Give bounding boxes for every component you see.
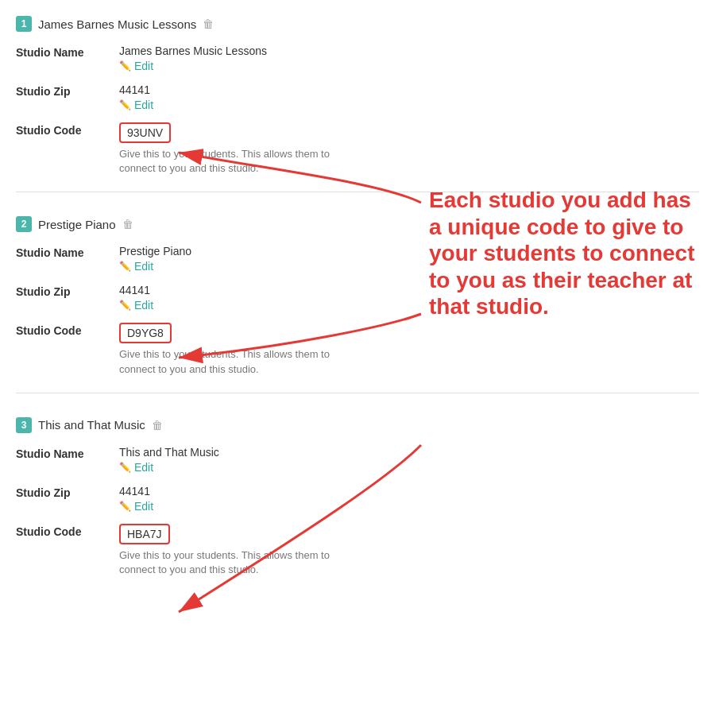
studio-code-box-2: D9YG8 <box>119 323 172 343</box>
studio-number-1: 1 <box>16 16 32 32</box>
zip-edit-link-1[interactable]: ✏️ Edit <box>119 99 699 111</box>
name-label-1: Studio Name <box>16 45 119 59</box>
zip-edit-label-2: Edit <box>134 299 153 312</box>
pencil-icon-3b: ✏️ <box>119 501 131 512</box>
code-label-1: Studio Code <box>16 122 119 137</box>
name-value-container-3: This and That Music ✏️ Edit <box>119 446 699 474</box>
trash-icon-1[interactable]: 🗑 <box>203 17 214 30</box>
pencil-icon-2b: ✏️ <box>119 300 131 311</box>
name-edit-label-1: Edit <box>134 60 153 72</box>
name-value-container-1: James Barnes Music Lessons ✏️ Edit <box>119 45 699 72</box>
pencil-icon-1b: ✏️ <box>119 99 131 110</box>
studio-header-1: 1 James Barnes Music Lessons 🗑 <box>16 16 699 32</box>
studio-title-2: Prestige Piano <box>38 218 116 231</box>
name-row-3: Studio Name This and That Music ✏️ Edit <box>16 446 699 474</box>
code-hint-1: Give this to your students. This allows … <box>119 147 342 176</box>
studio-code-box-1: 93UNV <box>119 122 171 143</box>
zip-edit-label-1: Edit <box>134 99 153 111</box>
zip-value-1: 44141 <box>119 83 699 96</box>
zip-value-3: 44141 <box>119 485 699 498</box>
zip-row-3: Studio Zip 44141 ✏️ Edit <box>16 485 699 513</box>
pencil-icon-1a: ✏️ <box>119 60 131 72</box>
section-divider-2 <box>16 393 699 393</box>
zip-edit-label-3: Edit <box>134 500 153 513</box>
code-value-container-3: HBA7J Give this to your students. This a… <box>119 524 699 577</box>
name-edit-label-2: Edit <box>134 260 153 273</box>
studio-title-3: This and That Music <box>38 418 145 432</box>
zip-label-1: Studio Zip <box>16 83 119 98</box>
studio-number-3: 3 <box>16 417 32 433</box>
zip-value-container-1: 44141 ✏️ Edit <box>119 83 699 111</box>
code-row-1: Studio Code 93UNV Give this to your stud… <box>16 122 699 176</box>
studio-code-box-3: HBA7J <box>119 524 170 544</box>
annotation-text: Each studio you add has a unique code to… <box>429 187 699 320</box>
code-label-2: Studio Code <box>16 323 119 337</box>
studio-section-3: 3 This and That Music 🗑 Studio Name This… <box>16 417 699 577</box>
code-hint-3: Give this to your students. This allows … <box>119 548 342 577</box>
name-row-1: Studio Name James Barnes Music Lessons ✏… <box>16 45 699 72</box>
name-edit-link-3[interactable]: ✏️ Edit <box>119 461 699 474</box>
name-value-1: James Barnes Music Lessons <box>119 45 699 57</box>
code-value-container-2: D9YG8 Give this to your students. This a… <box>119 323 699 376</box>
studio-title-1: James Barnes Music Lessons <box>38 17 196 31</box>
studio-section-1: 1 James Barnes Music Lessons 🗑 Studio Na… <box>16 16 699 192</box>
name-value-3: This and That Music <box>119 446 699 459</box>
code-row-3: Studio Code HBA7J Give this to your stud… <box>16 524 699 577</box>
name-label-3: Studio Name <box>16 446 119 460</box>
name-edit-label-3: Edit <box>134 461 153 474</box>
trash-icon-2[interactable]: 🗑 <box>122 218 133 230</box>
zip-label-2: Studio Zip <box>16 284 119 298</box>
pencil-icon-2a: ✏️ <box>119 261 131 272</box>
studio-number-2: 2 <box>16 216 32 232</box>
code-hint-2: Give this to your students. This allows … <box>119 347 342 376</box>
name-edit-link-1[interactable]: ✏️ Edit <box>119 60 699 72</box>
zip-edit-link-3[interactable]: ✏️ Edit <box>119 500 699 513</box>
code-value-container-1: 93UNV Give this to your students. This a… <box>119 122 699 176</box>
zip-value-container-3: 44141 ✏️ Edit <box>119 485 699 513</box>
studio-header-3: 3 This and That Music 🗑 <box>16 417 699 433</box>
zip-label-3: Studio Zip <box>16 485 119 499</box>
name-label-2: Studio Name <box>16 245 119 259</box>
pencil-icon-3a: ✏️ <box>119 462 131 473</box>
trash-icon-3[interactable]: 🗑 <box>152 419 163 432</box>
code-row-2: Studio Code D9YG8 Give this to your stud… <box>16 323 699 376</box>
code-label-3: Studio Code <box>16 524 119 538</box>
zip-row-1: Studio Zip 44141 ✏️ Edit <box>16 83 699 111</box>
